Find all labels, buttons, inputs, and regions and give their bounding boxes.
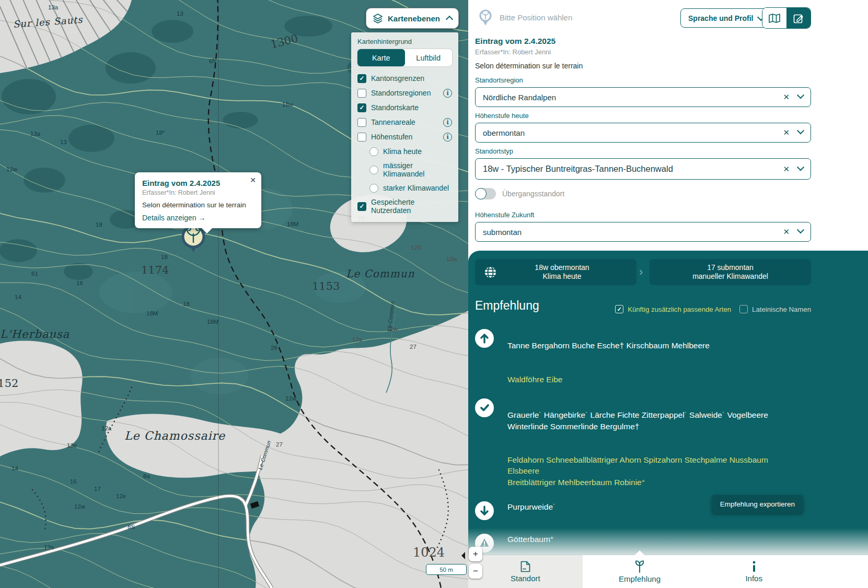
field-value: Nördliche Randalpen xyxy=(483,93,556,102)
checkbox[interactable] xyxy=(357,133,366,142)
chevron-down-icon[interactable] xyxy=(798,227,803,236)
chevron-right-icon: › xyxy=(639,265,643,279)
info-icon[interactable]: i xyxy=(443,118,452,127)
layer-label: Höhenstufen xyxy=(371,133,412,141)
future-species-checkbox-row[interactable]: Künftig zusätzlich passende Arten xyxy=(615,305,731,313)
position-placeholder: Bitte Position wählen xyxy=(500,13,572,22)
layer-row-kantonsgrenzen[interactable]: Kantonsgrenzen xyxy=(357,74,452,83)
radio-button[interactable] xyxy=(369,166,378,174)
radio-label: starker Klimawandel xyxy=(383,184,449,192)
recommendation-row-suitable: Grauerle˙ Hängebirke˙ Lärche Fichte Zitt… xyxy=(475,398,839,488)
arrow-down-icon xyxy=(475,501,494,520)
checkbox[interactable] xyxy=(357,118,366,127)
collapse-panel-icon[interactable] xyxy=(461,552,465,559)
field-label: Standortstyp xyxy=(475,147,811,155)
treeapp-window: 13a13Sur les Sauts13006518w18*13a1312w18… xyxy=(0,0,868,588)
clear-icon[interactable]: ✕ xyxy=(783,164,790,174)
standortstyp-select[interactable]: 18w - Typischer Buntreitgras-Tannen-Buch… xyxy=(475,158,811,180)
checkbox[interactable] xyxy=(357,89,366,98)
radio-label: mässiger Klimawandel xyxy=(383,161,452,178)
map-canvas[interactable]: 13a13Sur les Sauts13006518w18*13a1312w18… xyxy=(0,0,468,588)
radio-button[interactable] xyxy=(369,147,378,156)
chevron-up-icon xyxy=(446,16,453,23)
layers-button[interactable]: Kartenebenen xyxy=(366,8,459,29)
uebergangsstandort-row: Übergangsstandort xyxy=(475,188,564,199)
layer-row-standortsregionen[interactable]: Standortsregionen i xyxy=(357,88,452,98)
climate-card-current[interactable]: 18w obermontan Klima heute xyxy=(475,259,636,285)
tab-luftbild[interactable]: Luftbild xyxy=(405,49,453,66)
checkbox[interactable] xyxy=(357,202,366,211)
document-icon xyxy=(520,561,530,572)
close-icon[interactable]: ✕ xyxy=(250,176,256,184)
zoom-in-button[interactable]: + xyxy=(469,547,482,561)
edit-view-button[interactable] xyxy=(786,8,811,28)
latin-names-checkbox-row[interactable]: Lateinische Namen xyxy=(739,305,811,313)
tab-karte[interactable]: Karte xyxy=(357,49,405,66)
layer-row-standortskarte[interactable]: Standortskarte xyxy=(357,103,452,112)
checkbox[interactable] xyxy=(739,305,748,313)
active-tab-notch xyxy=(635,550,644,555)
entry-author: Erfasser*In: Robert Jenni xyxy=(475,48,583,56)
tab-standort[interactable]: Standort xyxy=(468,555,583,588)
entry-note: Selon détermination sur le terrain xyxy=(475,62,583,70)
layer-label: Kantonsgrenzen xyxy=(371,74,424,83)
radio-row-maessiger-klimawandel[interactable]: mässiger Klimawandel xyxy=(369,161,452,178)
layer-label: Standortsregionen xyxy=(371,89,431,97)
map-view-button[interactable] xyxy=(762,8,786,28)
export-recommendation-button[interactable]: Empfehlung exportieren xyxy=(712,495,803,513)
popup-details-link[interactable]: Details anzeigen → xyxy=(142,214,205,222)
chevron-down-icon[interactable] xyxy=(798,127,803,137)
tab-label: Standort xyxy=(511,574,540,583)
radio-row-starker-klimawandel[interactable]: starker Klimawandel xyxy=(369,183,452,193)
climate-card-future[interactable]: 17 submontan manueller Klimawandel xyxy=(650,259,811,285)
recommendation-row-promoted: Tanne Bergahorn Buche Esche† Kirschbaum … xyxy=(475,329,839,385)
tab-empfehlung[interactable]: Empfehlung xyxy=(583,555,697,588)
layer-row-tannenareale[interactable]: Tannenareale i xyxy=(357,117,452,127)
popup-title: Eintrag vom 2.4.2025 xyxy=(142,179,254,187)
climate-current-line2: Klima heute xyxy=(488,272,636,281)
entry-title: Eintrag vom 2.4.2025 xyxy=(475,37,583,46)
field-standortsregion: Standortsregion Nördliche Randalpen ✕ xyxy=(475,76,811,107)
info-icon[interactable]: i xyxy=(443,133,452,142)
layers-button-label: Kartenebenen xyxy=(388,14,442,23)
map-icon xyxy=(768,13,781,24)
toggle-label: Übergangsstandort xyxy=(502,190,564,198)
chevron-down-icon[interactable] xyxy=(798,92,803,101)
field-label: Höhenstufe Zukunft xyxy=(475,211,811,219)
clear-icon[interactable]: ✕ xyxy=(783,227,790,237)
checkbox[interactable] xyxy=(357,103,366,112)
standortsregion-select[interactable]: Nördliche Randalpen ✕ xyxy=(475,87,811,107)
species-current: Götterbaum° xyxy=(507,535,553,544)
climate-future-line2: manueller Klimawandel xyxy=(650,272,811,281)
hoehenstufe-heute-select[interactable]: obermontan ✕ xyxy=(475,123,811,143)
uebergangsstandort-toggle[interactable] xyxy=(475,188,496,199)
background-section-label: Kartenhintergrund xyxy=(357,38,452,45)
zoom-out-button[interactable]: − xyxy=(469,564,482,579)
species-current: Purpurweide˙ xyxy=(507,502,555,511)
checkbox-label: Lateinische Namen xyxy=(752,305,811,313)
layer-row-hoehenstufen[interactable]: Höhenstufen i xyxy=(357,132,452,142)
field-label: Höhenstufe heute xyxy=(475,112,811,120)
language-profile-button[interactable]: Sprache und Profil xyxy=(680,8,771,28)
checkbox[interactable] xyxy=(357,74,366,83)
tab-label: Empfehlung xyxy=(619,574,661,583)
popup-author: Erfasser*In: Robert Jenni xyxy=(142,189,254,196)
chevron-down-icon[interactable] xyxy=(798,164,803,173)
clear-icon[interactable]: ✕ xyxy=(783,128,790,137)
species-current: Tanne Bergahorn Buche Esche† Kirschbaum … xyxy=(507,341,710,350)
layer-label: Tannenareale xyxy=(371,118,415,126)
hoehenstufe-zukunft-select[interactable]: submontan ✕ xyxy=(475,222,811,242)
clear-icon[interactable]: ✕ xyxy=(783,92,790,102)
radio-row-klima-heute[interactable]: Klima heute xyxy=(369,147,452,156)
recommendation-row-warning: Götterbaum° xyxy=(475,534,839,552)
field-value: obermontan xyxy=(483,128,525,137)
checkbox[interactable] xyxy=(615,305,623,313)
layer-row-gespeicherte-nutzerdaten[interactable]: Gespeicherte Nutzerdaten xyxy=(357,198,452,215)
bottom-navigation: Standort Empfehlung xyxy=(468,555,868,588)
check-icon xyxy=(475,398,494,417)
tab-infos[interactable]: Infos xyxy=(697,555,811,588)
view-toggle xyxy=(762,7,811,29)
info-icon[interactable]: i xyxy=(443,89,452,98)
radio-button[interactable] xyxy=(369,184,378,193)
info-icon xyxy=(752,561,756,572)
